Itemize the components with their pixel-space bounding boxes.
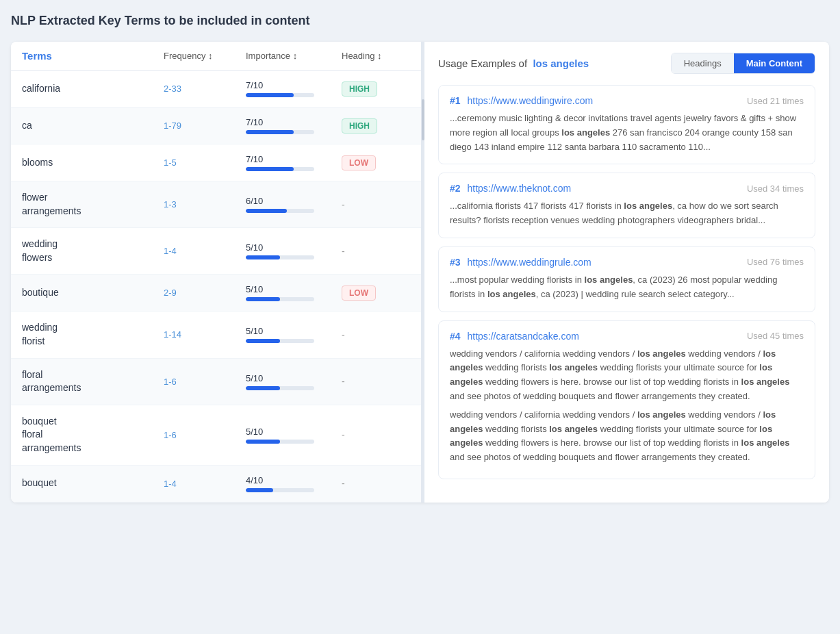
importance-cell: 7/10 [246,117,342,134]
col-heading: Heading ↕ [342,50,410,62]
term-row: weddingflorist 1-14 5/10 - [11,312,421,358]
badge-dash: - [342,376,345,387]
badge-dash: - [342,329,345,340]
heading-cell: - [342,429,410,440]
importance-cell: 7/10 [246,80,342,97]
importance-bar-fill [246,93,294,97]
usage-header: Usage Examples of los angeles Headings M… [438,53,815,74]
result-item: #1 https://www.weddingwire.com Used 21 t… [438,85,815,164]
result-rank: #4 [450,331,461,342]
result-header: #3 https://www.weddingrule.com Used 76 t… [450,257,804,268]
term-freq: 1-6 [164,430,246,440]
term-row: flowerarrangements 1-3 6/10 - [11,181,421,228]
importance-cell: 7/10 [246,154,342,171]
heading-cell: HIGH [342,81,410,97]
importance-bar-fill [246,386,280,390]
heading-cell: - [342,199,410,210]
term-name: flowerarrangements [22,191,164,218]
result-url[interactable]: https://www.weddingwire.com [467,95,593,106]
badge-dash: - [342,246,345,257]
term-row: bouquetfloralarrangements 1-6 5/10 - [11,405,421,466]
importance-bar-fill [246,130,294,134]
term-name: ca [22,119,164,133]
heading-cell: - [342,478,410,489]
importance-bar-fill [246,440,280,444]
heading-cell: LOW [342,155,410,170]
importance-score: 6/10 [246,196,342,206]
term-row: bouquet 1-4 4/10 - [11,466,421,503]
importance-bar-bg [246,209,314,213]
term-row: blooms 1-5 7/10 LOW [11,144,421,181]
result-item: #2 https://www.theknot.com Used 34 times… [438,173,815,238]
importance-bar-fill [246,255,280,259]
importance-bar-fill [246,167,294,171]
term-row: california 2-33 7/10 HIGH [11,71,421,107]
importance-score: 7/10 [246,117,342,127]
result-rank: #1 [450,95,461,106]
term-freq: 1-79 [164,121,246,131]
tab-main-content[interactable]: Main Content [734,53,815,73]
importance-score: 5/10 [246,284,342,294]
result-snippet: ...california florists 417 florists 417 … [450,199,804,228]
result-url[interactable]: https://caratsandcake.com [467,331,578,342]
importance-bar-bg [246,167,314,171]
importance-cell: 5/10 [246,373,342,390]
term-freq: 2-33 [164,84,246,94]
importance-cell: 5/10 [246,284,342,301]
badge-dash: - [342,478,345,489]
term-row: floralarrangements 1-6 5/10 - [11,359,421,405]
term-row: boutique 2-9 5/10 LOW [11,275,421,312]
tab-group: Headings Main Content [671,53,815,74]
result-item: #3 https://www.weddingrule.com Used 76 t… [438,246,815,312]
term-name: weddingflowers [22,238,164,264]
importance-bar-bg [246,130,314,134]
importance-bar-fill [246,297,280,301]
heading-cell: HIGH [342,118,410,134]
term-row: ca 1-79 7/10 HIGH [11,107,421,144]
result-used: Used 34 times [747,183,804,194]
result-snippet: wedding vendors / california wedding ven… [450,408,804,465]
importance-bar-fill [246,488,273,492]
importance-bar-bg [246,255,314,259]
importance-score: 5/10 [246,373,342,383]
result-snippet: wedding vendors / california wedding ven… [450,347,804,404]
term-row: weddingflowers 1-4 5/10 - [11,228,421,275]
result-snippet: ...most popular wedding florists in los … [450,273,804,302]
col-terms: Terms [22,50,164,62]
term-name: floralarrangements [22,368,164,395]
term-name: bouquet [22,477,164,490]
left-panel: Terms Frequency ↕ Importance ↕ Heading ↕… [11,42,422,503]
importance-bar-bg [246,440,314,444]
scroll-indicator [422,99,424,140]
result-snippet: ...ceremony music lighting & decor invit… [450,112,804,154]
result-url[interactable]: https://www.theknot.com [467,183,571,194]
term-freq: 1-4 [164,479,246,489]
badge-low: LOW [342,286,376,301]
importance-bar-bg [246,93,314,97]
result-url[interactable]: https://www.weddingrule.com [467,257,591,268]
importance-score: 5/10 [246,427,342,437]
importance-bar-bg [246,488,314,492]
badge-dash: - [342,199,345,210]
col-importance: Importance ↕ [246,50,342,62]
keyword-highlight: los angeles [533,58,589,69]
badge-high: HIGH [342,118,377,134]
heading-cell: - [342,376,410,387]
page-wrapper: NLP Extracted Key Terms to be included i… [0,0,840,634]
result-header: #4 https://caratsandcake.com Used 45 tim… [450,331,804,342]
result-header: #2 https://www.theknot.com Used 34 times [450,183,804,194]
result-header: #1 https://www.weddingwire.com Used 21 t… [450,95,804,106]
result-used: Used 21 times [747,96,804,106]
importance-score: 5/10 [246,326,342,336]
importance-bar-bg [246,339,314,343]
tab-headings[interactable]: Headings [672,53,734,73]
column-headers: Terms Frequency ↕ Importance ↕ Heading ↕ [11,42,421,71]
results-list: #1 https://www.weddingwire.com Used 21 t… [438,85,815,479]
term-name: california [22,82,164,96]
result-used: Used 45 times [747,331,804,341]
page-title: NLP Extracted Key Terms to be included i… [11,11,829,31]
term-freq: 1-6 [164,377,246,387]
importance-bar-fill [246,339,280,343]
term-freq: 2-9 [164,288,246,298]
importance-cell: 5/10 [246,326,342,343]
